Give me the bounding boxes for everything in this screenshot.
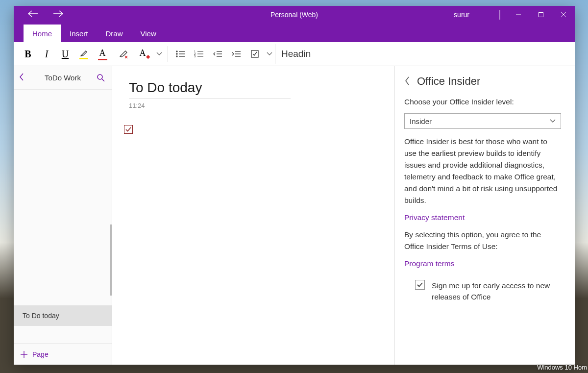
svg-rect-2 <box>539 13 543 17</box>
bullet-list-button[interactable] <box>171 44 190 64</box>
svg-text:3: 3 <box>194 55 196 58</box>
panel-back-icon[interactable] <box>404 76 410 87</box>
close-button[interactable] <box>552 6 575 24</box>
note-timestamp: 11:24 <box>129 102 384 109</box>
svg-point-7 <box>176 56 177 57</box>
minimize-button[interactable] <box>507 6 530 24</box>
panel-title: Office Insider <box>417 75 480 88</box>
svg-rect-21 <box>251 50 258 57</box>
tab-view[interactable]: View <box>132 25 165 42</box>
privacy-link[interactable]: Privacy statement <box>404 213 561 222</box>
user-name[interactable]: surur <box>454 11 469 19</box>
office-insider-panel: Office Insider Choose your Office Inside… <box>394 66 575 365</box>
nav-forward-icon[interactable] <box>53 10 64 20</box>
svg-line-23 <box>102 79 104 81</box>
insider-level-label: Choose your Office Insider level: <box>404 98 561 106</box>
heading-style[interactable]: Headin <box>275 44 317 64</box>
page-list: To Do today <box>14 90 112 343</box>
window-title: Personal (Web) <box>270 11 318 19</box>
select-value: Insider <box>410 117 432 125</box>
nav-back-icon[interactable] <box>27 10 38 20</box>
tab-home[interactable]: Home <box>24 25 61 42</box>
font-size-button[interactable]: A◆ <box>135 44 154 64</box>
add-page-label: Page <box>32 350 49 358</box>
numbered-list-button[interactable]: 123 <box>190 44 208 64</box>
bold-button[interactable]: B <box>19 44 37 64</box>
sidebar: ToDo Work To Do today Page <box>14 66 112 365</box>
todo-button[interactable] <box>245 44 264 64</box>
terms-link[interactable]: Program terms <box>404 259 561 268</box>
insider-description: Office Insider is best for those who wan… <box>404 136 561 206</box>
app-window: Personal (Web) surur Home Insert Draw Vi… <box>14 6 575 365</box>
scrollbar[interactable] <box>110 224 112 296</box>
sidebar-back-icon[interactable] <box>19 73 30 83</box>
tab-insert[interactable]: Insert <box>61 25 97 42</box>
outdent-button[interactable] <box>208 44 227 64</box>
insider-level-select[interactable]: Insider <box>404 113 561 129</box>
italic-button[interactable]: I <box>37 44 56 64</box>
todo-checkbox[interactable] <box>124 125 133 134</box>
tab-draw[interactable]: Draw <box>97 25 132 42</box>
page-item[interactable]: To Do today <box>14 305 112 326</box>
add-page-button[interactable]: Page <box>14 343 112 365</box>
ribbon: B I U A A◆ 123 Headin <box>14 42 575 66</box>
divider <box>168 46 168 62</box>
section-title[interactable]: ToDo Work <box>30 74 95 82</box>
svg-point-3 <box>176 51 177 52</box>
highlight-button[interactable] <box>74 44 93 64</box>
more-paragraph-icon[interactable] <box>264 44 275 64</box>
font-color-button[interactable]: A <box>93 44 112 64</box>
underline-button[interactable]: U <box>56 44 74 64</box>
search-icon[interactable] <box>95 74 107 82</box>
maximize-button[interactable] <box>530 6 552 24</box>
consent-text: By selecting this option, you agree to t… <box>404 229 561 252</box>
signup-label: Sign me up for early access to new relea… <box>432 280 561 303</box>
clear-formatting-button[interactable] <box>112 44 135 64</box>
signup-checkbox[interactable] <box>415 280 425 290</box>
indent-button[interactable] <box>227 44 245 64</box>
titlebar: Personal (Web) surur <box>14 6 575 24</box>
note-canvas[interactable]: To Do today 11:24 <box>112 66 394 365</box>
more-formatting-icon[interactable] <box>154 44 165 64</box>
svg-point-22 <box>98 75 102 79</box>
watermark: Windows 10 Hom <box>537 364 587 371</box>
tab-bar: Home Insert Draw View <box>14 24 575 42</box>
note-title[interactable]: To Do today <box>129 80 291 99</box>
svg-point-5 <box>176 53 177 54</box>
